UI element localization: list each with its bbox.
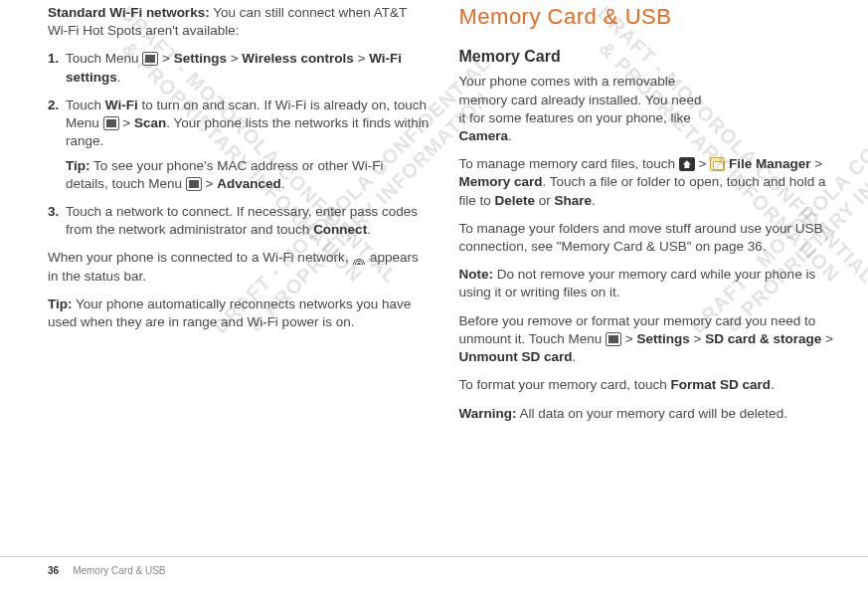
step-number: 2. — [48, 97, 59, 114]
page-number: 36 — [48, 565, 59, 576]
warning-delete: Warning: All data on your memory card wi… — [459, 405, 841, 423]
menu-icon — [606, 332, 621, 346]
subheading: Memory Card — [459, 46, 841, 68]
page-content: Standard Wi-Fi networks: You can still c… — [0, 0, 868, 473]
connected-paragraph: When your phone is connected to a Wi-Fi … — [48, 249, 430, 285]
home-icon — [679, 157, 695, 171]
intro-bold: Standard Wi-Fi networks: — [48, 5, 210, 20]
left-column: Standard Wi-Fi networks: You can still c… — [48, 0, 430, 433]
note-remove: Note: Do not remove your memory card whi… — [459, 266, 841, 301]
intro-paragraph: Standard Wi-Fi networks: You can still c… — [48, 4, 430, 40]
step-3: 3. Touch a network to connect. If necess… — [66, 203, 430, 239]
step-1: 1. Touch Menu > Settings > Wireless cont… — [66, 50, 430, 86]
step-2: 2. Touch Wi-Fi to turn on and scan. If W… — [66, 97, 430, 193]
step-number: 3. — [48, 203, 59, 221]
footer-label: Memory Card & USB — [73, 565, 165, 576]
usb-reference: To manage your folders and move stuff ar… — [459, 220, 841, 256]
section-title: Memory Card & USB — [459, 2, 841, 32]
unmount-instructions: Before you remove or format your memory … — [459, 312, 841, 367]
menu-icon — [142, 52, 158, 66]
step-number: 1. — [48, 50, 59, 68]
page-footer: 36Memory Card & USB — [0, 556, 868, 576]
wifi-icon — [352, 253, 366, 265]
memory-intro: Your phone comes with a removable memory… — [459, 73, 708, 145]
menu-icon — [103, 116, 119, 130]
tip-reconnect: Tip: Your phone automatically reconnects… — [48, 295, 430, 331]
manage-files: To manage memory card files, touch > Fil… — [459, 155, 841, 210]
right-column: Memory Card & USB Memory Card Your phone… — [459, 0, 841, 433]
format-instructions: To format your memory card, touch Format… — [459, 376, 841, 394]
steps-list: 1. Touch Menu > Settings > Wireless cont… — [48, 50, 430, 239]
step-2-tip: Tip: To see your phone's MAC address or … — [66, 157, 430, 193]
file-manager-icon — [710, 157, 725, 171]
menu-icon — [186, 177, 202, 191]
